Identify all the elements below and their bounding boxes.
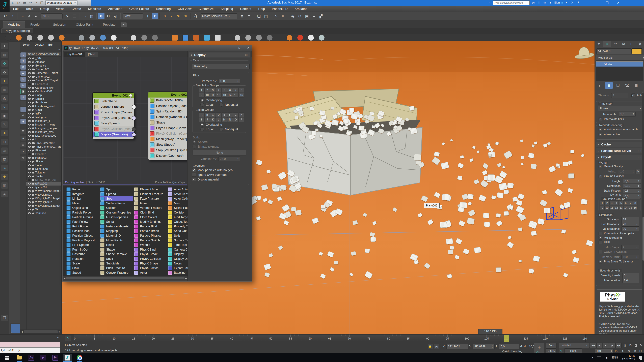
physx-sim-group-button[interactable]: 1	[600, 201, 604, 205]
explorer-overflow-icon[interactable]: »	[58, 48, 60, 51]
radio-sphere[interactable]: Sphere	[192, 140, 208, 144]
operator-row[interactable]: PhysX Bind (Joint | ID: 0)	[93, 115, 134, 120]
operator-row[interactable]: PhysX Collision (Convex)	[148, 131, 187, 136]
depot-operator[interactable]: Position Raycast	[66, 238, 99, 243]
depot-operator[interactable]: Particle Physics	[134, 233, 167, 238]
export-group-button[interactable]: C	[210, 112, 216, 117]
visibility-eye-icon[interactable]	[28, 179, 31, 181]
play-button[interactable]: ▶	[603, 343, 609, 348]
z-coordinate-field[interactable]: 0,0▲▼	[499, 344, 519, 349]
display-bones-icon[interactable]: ⌇	[20, 101, 26, 106]
radio-equal[interactable]: Equal	[200, 127, 214, 131]
macro-script-icon[interactable]: ⚙	[1, 69, 8, 75]
plugin-toolbar-icon[interactable]	[5, 35, 11, 41]
y-coordinate-field[interactable]: -56,8848▲▼	[473, 344, 494, 349]
pos-iterations-field[interactable]: Pos Iterations:20▲▼	[600, 222, 639, 227]
plugin-toolbar-icon[interactable]	[78, 35, 84, 41]
checkbox-allow-caching[interactable]: ✔Allow caching	[598, 133, 621, 136]
radio-overlapping[interactable]: Overlapping	[200, 123, 222, 126]
project-folder-icon[interactable]: ❏	[40, 1, 44, 5]
macro-script-icon[interactable]: ❖	[1, 60, 8, 67]
visibility-eye-icon[interactable]	[28, 68, 31, 70]
search-input[interactable]	[493, 0, 530, 5]
display-cameras-icon[interactable]: ▰	[20, 70, 26, 76]
depot-operator[interactable]: Limiter	[66, 196, 99, 201]
event-node[interactable]: Event_002Birth ShapeVoronoi FracturePhys…	[92, 92, 134, 139]
display-spacewarps-icon[interactable]: ≋	[20, 83, 26, 88]
plugin-toolbar-icon[interactable]	[193, 35, 199, 41]
render-production-icon[interactable]: ●	[311, 13, 317, 19]
export-group-button[interactable]: J	[204, 117, 210, 122]
depot-operator[interactable]: Particle Switch	[134, 238, 167, 243]
sim-group-button[interactable]: 13	[222, 93, 227, 97]
select-and-move-icon[interactable]: ✥	[98, 13, 104, 19]
select-object-icon[interactable]: ➤	[64, 13, 70, 19]
object-color-swatch[interactable]	[632, 48, 642, 54]
macro-script-icon[interactable]: ❒	[1, 315, 8, 321]
depot-operator[interactable]: Mass	[66, 201, 99, 206]
export-group-button[interactable]: L	[216, 117, 221, 122]
export-group-button[interactable]: B	[204, 112, 210, 117]
explorer-row[interactable]: Camera001	[26, 67, 62, 71]
tyflow-node-canvas[interactable]: Event_002Birth ShapeVoronoi FracturePhys…	[63, 57, 187, 185]
set-key-button[interactable]: Set K.	[546, 349, 556, 354]
sim-group-button[interactable]: 14	[227, 93, 233, 97]
explorer-row[interactable]: _007	[26, 56, 62, 60]
depot-operator[interactable]: Particle Bind	[134, 224, 167, 229]
memory-field[interactable]: Memory (MB):100▲▼	[600, 255, 639, 259]
macro-script-icon[interactable]: ✹	[1, 130, 8, 136]
scroll-right-icon[interactable]: ▶	[59, 331, 60, 333]
rectangular-selection-icon[interactable]: ▭	[81, 13, 88, 19]
scroll-right-icon[interactable]: ▶	[185, 277, 187, 280]
particle-bind-solver-rollout-header[interactable]: ►Particle Bind Solver∷∷	[596, 148, 643, 153]
event-enable-bulb-icon[interactable]	[129, 94, 132, 97]
depot-operator[interactable]: Push In/Out	[66, 247, 99, 252]
favorites-star-icon[interactable]: ☆	[543, 1, 547, 4]
macro-script-icon[interactable]: ◉	[1, 191, 8, 197]
depot-operator[interactable]: Path Follow	[66, 220, 99, 224]
menu-edit[interactable]: Edit	[10, 7, 22, 11]
depot-operator[interactable]: Shape	[100, 247, 133, 252]
scroll-left-icon[interactable]: ◀	[64, 277, 66, 280]
menu-scripting[interactable]: Scripting	[217, 7, 237, 11]
explorer-row[interactable]: IgTV	[26, 112, 62, 115]
sign-in-link[interactable]: Sign In	[554, 1, 563, 4]
depot-operator[interactable]: Spin	[100, 187, 133, 192]
visibility-eye-icon[interactable]	[28, 142, 31, 144]
macro-script-icon[interactable]: ✎	[1, 121, 8, 128]
display-all-icon[interactable]: ●	[20, 52, 26, 57]
select-and-scale-icon[interactable]: ◱	[112, 13, 118, 19]
depot-operator[interactable]: PhysX Bind	[134, 247, 167, 252]
pin-stack-icon[interactable]: ➶	[596, 82, 604, 89]
visibility-eye-icon[interactable]	[28, 72, 31, 74]
plugin-toolbar-icon[interactable]	[59, 35, 65, 41]
plugin-toolbar-icon[interactable]	[319, 35, 325, 41]
depot-operator[interactable]: Position Icon	[66, 229, 99, 233]
explorer-row[interactable]: Twitter	[26, 174, 62, 178]
operator-row[interactable]: Birth (20-24: 1800)	[148, 97, 187, 103]
explorer-row[interactable]: Camera002	[26, 75, 62, 79]
depot-operator[interactable]: Element Fracture	[134, 192, 167, 196]
radio-bitmap-texmap[interactable]: Bitmap texmap:	[192, 145, 219, 148]
explorer-row[interactable]: Plane002	[26, 156, 62, 160]
operator-output-socket[interactable]	[132, 116, 136, 120]
selection-set-dropdown[interactable]: Selected▼	[559, 343, 590, 348]
ribbon-tab-selection[interactable]: Selection	[49, 21, 70, 28]
exchange-apps-icon[interactable]: X	[570, 1, 574, 4]
list-view-icon[interactable]: ☰	[20, 129, 26, 134]
visibility-eye-icon[interactable]	[28, 201, 31, 203]
visibility-eye-icon[interactable]	[28, 131, 31, 133]
depot-operator[interactable]: Actor	[134, 271, 167, 275]
physx-sim-group-button[interactable]: 10	[605, 206, 609, 210]
zoom-icon[interactable]: ◎	[622, 343, 628, 348]
visibility-eye-icon[interactable]	[28, 120, 31, 122]
substeps-field[interactable]: Substeps:25▲▼	[600, 217, 639, 222]
depot-operator[interactable]: Position Object	[66, 233, 99, 238]
after-effects-taskbar-icon[interactable]: Ae	[26, 354, 36, 361]
physx-sim-group-button[interactable]: 7	[628, 201, 633, 205]
redo-icon[interactable]: ↷	[9, 13, 16, 19]
undo-icon[interactable]: ↶	[2, 13, 8, 19]
plugin-toolbar-icon[interactable]	[245, 35, 251, 41]
depot-operator[interactable]: Move Pivots	[100, 238, 133, 243]
visibility-eye-icon[interactable]	[28, 146, 31, 148]
